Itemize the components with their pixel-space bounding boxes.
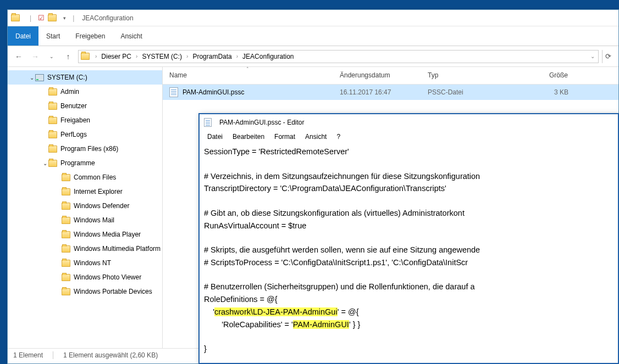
file-row[interactable]: PAM-AdminGUI.pssc 16.11.2017 16:47 PSSC-… (163, 85, 618, 100)
tree-item[interactable]: Benutzer (8, 99, 162, 113)
column-size[interactable]: Größe (509, 67, 575, 84)
tree-item-programme[interactable]: ⌄Programme (8, 156, 162, 170)
notepad-titlebar: PAM-AdminGUI.pssc - Editor (200, 114, 618, 131)
column-name[interactable]: ˄Name (163, 67, 333, 84)
folder-icon (62, 245, 70, 253)
tree-item[interactable]: Common Files (8, 170, 162, 184)
up-button[interactable]: ↑ (62, 50, 75, 63)
folder-icon (48, 131, 57, 138)
folder-icon (62, 288, 70, 295)
tree-label: SYSTEM (C:) (47, 74, 87, 81)
open-folder-icon[interactable] (48, 14, 57, 21)
folder-icon (62, 231, 70, 238)
text-file-icon (169, 87, 178, 97)
tree-item[interactable]: Windows Portable Devices (8, 284, 162, 299)
chevron-down-icon[interactable]: ⌄ (29, 75, 35, 81)
tree-item[interactable]: Windows NT (8, 256, 162, 270)
chevron-down-icon[interactable]: ⌄ (589, 53, 596, 59)
forward-button: → (29, 50, 42, 63)
dropdown-icon[interactable]: ▾ (63, 15, 66, 21)
tree-label: Windows NT (74, 259, 111, 267)
tree-item[interactable]: Windows Defender (8, 199, 162, 213)
tree-label: Windows Multimedia Platform (74, 245, 161, 253)
menu-help[interactable]: ? (332, 132, 345, 142)
recent-dropdown[interactable]: ⌄ (45, 50, 58, 63)
folder-icon (62, 174, 70, 181)
tab-ansicht[interactable]: Ansicht (113, 26, 150, 46)
window-title: JEAConfiguration (82, 14, 133, 22)
crumb-programdata[interactable]: ProgramData (190, 52, 234, 61)
chevron-right-icon[interactable]: › (235, 53, 239, 59)
crumb-dieser-pc[interactable]: Dieser PC (99, 52, 134, 61)
folder-icon (62, 260, 70, 267)
file-size: 3 KB (509, 88, 575, 96)
crumb-jeaconfiguration[interactable]: JEAConfiguration (240, 52, 296, 61)
chevron-right-icon[interactable]: › (94, 53, 98, 59)
tree-label: Admin (60, 88, 79, 96)
tree-label: Windows Media Player (74, 231, 141, 238)
menu-datei[interactable]: Datei (203, 132, 227, 142)
tree-item[interactable]: Windows Mail (8, 213, 162, 227)
tree-item[interactable]: Windows Multimedia Platform (8, 242, 162, 256)
menu-bearbeiten[interactable]: Bearbeiten (228, 132, 269, 142)
tree-label: Windows Photo Viewer (74, 273, 141, 281)
tab-start[interactable]: Start (38, 26, 68, 46)
tree-label: Programme (60, 159, 95, 167)
notepad-window: PAM-AdminGUI.pssc - Editor Datei Bearbei… (198, 113, 619, 364)
tree-item[interactable]: Admin (8, 85, 162, 99)
tree-label: Windows Portable Devices (74, 288, 152, 295)
tree-item[interactable]: Freigaben (8, 113, 162, 127)
quick-access-toolbar: | ☑ ▾ | (11, 14, 78, 22)
highlight-capability: PAM-AdminGUI (293, 320, 349, 329)
nav-bar: ← → ⌄ ↑ › Dieser PC › SYSTEM (C:) › Prog… (8, 46, 618, 67)
tree-item[interactable]: Windows Media Player (8, 227, 162, 242)
column-type[interactable]: Typ (421, 67, 509, 84)
folder-icon (62, 203, 70, 210)
tab-freigeben[interactable]: Freigeben (68, 26, 113, 46)
tree-label: PerfLogs (60, 131, 87, 138)
folder-icon (48, 160, 57, 167)
folder-icon (48, 117, 57, 124)
back-button[interactable]: ← (12, 50, 25, 63)
crumb-system-c[interactable]: SYSTEM (C:) (140, 52, 184, 61)
sort-asc-icon: ˄ (246, 66, 249, 72)
tree-item[interactable]: Internet Explorer (8, 184, 162, 199)
folder-icon (48, 103, 57, 110)
menu-format[interactable]: Format (270, 132, 300, 142)
tree-item[interactable]: PerfLogs (8, 127, 162, 142)
column-headers: ˄Name Änderungsdatum Typ Größe (163, 67, 618, 85)
tree-label: Internet Explorer (74, 188, 123, 195)
tree-label: Common Files (74, 173, 116, 181)
tree-item-system-c[interactable]: ⌄ SYSTEM (C:) (8, 70, 162, 85)
chevron-right-icon[interactable]: › (135, 53, 139, 59)
tree-label: Program Files (x86) (60, 145, 118, 153)
status-count: 1 Element (13, 351, 43, 359)
tree-item[interactable]: Windows Photo Viewer (8, 270, 162, 284)
tab-file[interactable]: Datei (8, 26, 38, 46)
file-date: 16.11.2017 16:47 (333, 88, 421, 96)
tree-label: Windows Mail (74, 216, 114, 224)
chevron-right-icon[interactable]: › (185, 53, 189, 59)
tree-label: Benutzer (60, 102, 87, 110)
folder-icon (62, 217, 70, 224)
chevron-down-icon[interactable]: ⌄ (42, 160, 48, 166)
titlebar: | ☑ ▾ | JEAConfiguration (8, 10, 618, 26)
notepad-text-area[interactable]: SessionType = 'RestrictedRemoteServer' #… (200, 143, 618, 361)
navigation-pane: ⌄ SYSTEM (C:) Admin Benutzer Freigaben P… (8, 67, 163, 348)
folder-icon (48, 88, 57, 96)
file-type: PSSC-Datei (421, 88, 509, 96)
status-selected: 1 Element ausgewählt (2,60 KB) (63, 351, 158, 359)
column-date[interactable]: Änderungsdatum (333, 67, 421, 84)
properties-icon[interactable]: ☑ (38, 14, 45, 22)
breadcrumb-folder-icon (81, 53, 90, 60)
tree-item[interactable]: Program Files (x86) (8, 142, 162, 156)
folder-icon (48, 145, 57, 153)
app-folder-icon (11, 14, 20, 21)
menu-ansicht[interactable]: Ansicht (301, 132, 331, 142)
notepad-icon (204, 118, 212, 127)
notepad-menu-bar: Datei Bearbeiten Format Ansicht ? (200, 131, 618, 143)
refresh-button[interactable]: ⟳ (602, 50, 614, 63)
tree-label: Windows Defender (74, 202, 129, 210)
address-bar[interactable]: › Dieser PC › SYSTEM (C:) › ProgramData … (78, 50, 599, 63)
folder-icon (62, 188, 70, 195)
